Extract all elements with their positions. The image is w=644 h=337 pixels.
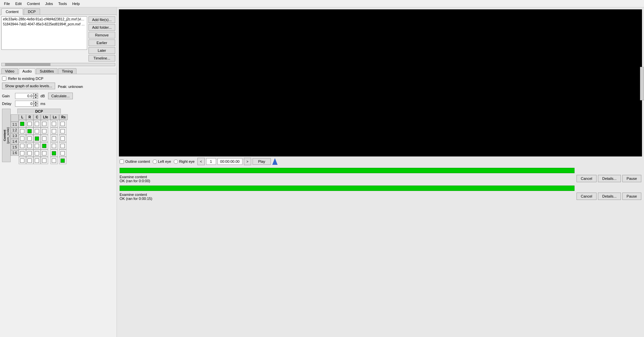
matrix-checkbox-1:5-Rs[interactable] xyxy=(60,151,65,155)
matrix-checkbox-1:3-R[interactable] xyxy=(27,136,32,141)
cancel-button-1[interactable]: Cancel xyxy=(577,175,597,182)
matrix-checkbox-1:5-Ls[interactable] xyxy=(52,151,56,155)
matrix-checkbox-1:6-C[interactable] xyxy=(35,158,39,163)
matrix-checkbox-1:6-L[interactable] xyxy=(20,158,24,163)
matrix-checkbox-1:1-Rs[interactable] xyxy=(60,122,65,126)
file-list-scrollbar[interactable] xyxy=(1,63,115,66)
sub-tab-timing[interactable]: Timing xyxy=(58,68,76,74)
file-entry-audio[interactable]: 51843944-7dd2-4047-85e3-8225ed81994f_pcm… xyxy=(2,22,87,27)
matrix-checkbox-1:5-R[interactable] xyxy=(27,151,32,155)
left-eye-radio[interactable] xyxy=(153,159,157,164)
matrix-checkbox-1:2-Lfe[interactable] xyxy=(42,129,46,133)
earlier-button[interactable]: Earlier xyxy=(89,39,115,46)
gain-label: Gain xyxy=(2,94,14,98)
audio-panel: Refer to existing DCP Show graph of audi… xyxy=(0,74,117,337)
pause-button-2[interactable]: Pause xyxy=(622,193,641,200)
matrix-checkbox-1:6-R[interactable] xyxy=(27,158,32,163)
gain-down-button[interactable]: ▼ xyxy=(33,96,38,99)
matrix-checkbox-1:1-Ls[interactable] xyxy=(52,122,56,126)
matrix-cell-1:2-Ls xyxy=(50,127,58,135)
frame-input[interactable] xyxy=(206,158,216,165)
matrix-checkbox-1:2-L[interactable] xyxy=(20,129,24,133)
matrix-checkbox-1:4-C[interactable] xyxy=(35,144,39,148)
gain-up-button[interactable]: ▲ xyxy=(33,93,38,96)
pause-button-1[interactable]: Pause xyxy=(622,175,641,182)
sub-tab-video[interactable]: Video xyxy=(1,68,18,74)
timeline-button[interactable]: Timeline... xyxy=(89,55,115,62)
menu-help[interactable]: Help xyxy=(69,1,83,6)
menu-edit[interactable]: Edit xyxy=(13,1,24,6)
menu-tools[interactable]: Tools xyxy=(55,1,69,6)
right-eye-radio[interactable] xyxy=(174,159,178,164)
prev-frame-button[interactable]: < xyxy=(197,158,205,165)
file-entry-video[interactable]: e9c33a4c-288c-4e8d-91a1-cf4bf4d23812_j2c… xyxy=(2,17,87,22)
timecode-input[interactable] xyxy=(217,158,243,165)
delay-down-button[interactable]: ▼ xyxy=(33,104,38,107)
row-label-1-2: 1:2 xyxy=(11,127,19,133)
right-eye-radio-group: Right eye xyxy=(174,159,194,164)
matrix-cell-1:2-L xyxy=(19,127,26,135)
later-button[interactable]: Later xyxy=(89,47,115,54)
calculate-button[interactable]: Calculate... xyxy=(48,93,72,99)
refer-existing-checkbox[interactable] xyxy=(2,76,6,81)
matrix-checkbox-1:1-Lfe[interactable] xyxy=(42,122,46,126)
file-buttons: Add file(s)... Add folder... Remove Earl… xyxy=(89,16,115,62)
matrix-checkbox-1:6-Lfe[interactable] xyxy=(42,158,46,163)
progress-buttons-2: Cancel Details... Pause xyxy=(577,193,641,200)
matrix-checkbox-1:6-Ls[interactable] xyxy=(52,158,56,163)
add-files-button[interactable]: Add file(s)... xyxy=(89,16,115,23)
matrix-checkbox-1:3-Rs[interactable] xyxy=(60,136,65,141)
matrix-checkbox-1:3-Lfe[interactable] xyxy=(42,136,46,141)
menu-jobs[interactable]: Jobs xyxy=(42,1,55,6)
file-list-box[interactable]: e9c33a4c-288c-4e8d-91a1-cf4bf4d23812_j2c… xyxy=(1,16,87,50)
matrix-cell-1:5-Rs xyxy=(59,149,66,157)
play-button[interactable]: Play xyxy=(253,158,271,165)
matrix-checkbox-1:5-Lfe[interactable] xyxy=(42,151,46,155)
matrix-checkbox-1:2-Ls[interactable] xyxy=(52,129,56,133)
playback-controls: < > Play xyxy=(197,158,278,165)
tab-content[interactable]: Content xyxy=(1,8,23,15)
matrix-checkbox-1:4-Ls[interactable] xyxy=(52,144,56,148)
matrix-checkbox-1:2-R[interactable] xyxy=(27,129,32,133)
next-frame-button[interactable]: > xyxy=(244,158,251,165)
outline-content-checkbox[interactable] xyxy=(120,159,124,164)
matrix-checkbox-1:6-Rs[interactable] xyxy=(60,158,65,163)
remove-button[interactable]: Remove xyxy=(89,32,115,38)
matrix-checkbox-1:3-Ls[interactable] xyxy=(52,136,56,141)
matrix-checkbox-1:1-L[interactable] xyxy=(20,122,24,126)
matrix-checkbox-1:5-L[interactable] xyxy=(20,151,24,155)
content-side-label: Content (pcm_s24le) xyxy=(2,109,11,162)
matrix-checkbox-1:4-L[interactable] xyxy=(20,144,24,148)
sub-tab-subtitles[interactable]: Subtitles xyxy=(36,68,57,74)
matrix-checkbox-1:5-C[interactable] xyxy=(35,151,39,155)
matrix-checkbox-1:4-R[interactable] xyxy=(27,144,32,148)
right-edge-scrollbar[interactable] xyxy=(640,67,644,100)
details-button-1[interactable]: Details... xyxy=(598,175,621,182)
video-preview xyxy=(119,9,642,156)
matrix-checkbox-1:2-C[interactable] xyxy=(35,129,39,133)
gain-input[interactable] xyxy=(15,93,33,99)
matrix-checkbox-1:4-Lfe[interactable] xyxy=(42,144,46,148)
delay-spin-buttons: ▲ ▼ xyxy=(33,101,38,107)
matrix-cell-1:4-C xyxy=(33,142,41,149)
matrix-checkbox-1:2-Rs[interactable] xyxy=(60,129,65,133)
progress-bar-1 xyxy=(120,168,575,173)
progress-item-2: Examine content OK (ran for 0:00:15) Can… xyxy=(120,186,641,201)
gain-spin-buttons: ▲ ▼ xyxy=(33,93,38,99)
matrix-checkbox-1:3-C[interactable] xyxy=(35,136,39,141)
menu-file[interactable]: File xyxy=(1,1,13,6)
menu-content[interactable]: Content xyxy=(24,1,43,6)
delay-input[interactable] xyxy=(15,101,33,107)
matrix-bottom: 1:1 1:2 1:3 1:4 1:5 1:6 LRCLfeLsRs xyxy=(11,114,68,164)
tab-dcp[interactable]: DCP xyxy=(24,8,40,15)
show-graph-button[interactable]: Show graph of audio levels... xyxy=(2,83,55,89)
matrix-checkbox-1:3-L[interactable] xyxy=(20,136,24,141)
delay-up-button[interactable]: ▲ xyxy=(33,101,38,104)
matrix-checkbox-1:1-C[interactable] xyxy=(35,122,39,126)
sub-tab-audio[interactable]: Audio xyxy=(19,68,35,74)
add-folder-button[interactable]: Add folder... xyxy=(89,24,115,31)
details-button-2[interactable]: Details... xyxy=(598,193,621,200)
matrix-checkbox-1:4-Rs[interactable] xyxy=(60,144,65,148)
cancel-button-2[interactable]: Cancel xyxy=(577,193,597,200)
matrix-checkbox-1:1-R[interactable] xyxy=(27,122,32,126)
